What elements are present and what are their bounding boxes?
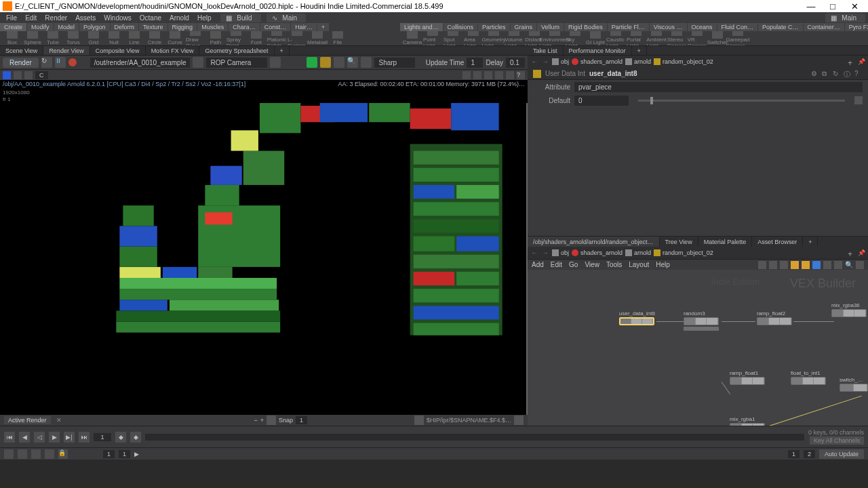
ni6[interactable] (812, 261, 821, 269)
alpha-icon[interactable] (14, 71, 22, 79)
bg-icon[interactable] (24, 71, 33, 79)
pane-tab[interactable]: Composite View (90, 46, 146, 55)
delay-val[interactable]: 0.1 (506, 58, 525, 68)
shelf-tab[interactable]: Rigid Bodies (564, 23, 607, 31)
bs3[interactable] (31, 449, 41, 459)
shelf-tab[interactable]: Hair… (291, 23, 317, 31)
shelf-tab[interactable]: Viscous … (650, 23, 687, 31)
ni9[interactable] (856, 261, 864, 269)
snapshot-icon[interactable] (267, 415, 276, 425)
rop-chooser-icon[interactable] (193, 57, 203, 68)
shelf-tab[interactable]: Rigging (168, 23, 197, 31)
shelf-tool[interactable]: Geometry Light (484, 31, 503, 45)
shelf-tool[interactable]: Curve (165, 31, 184, 45)
region-icon[interactable] (320, 57, 331, 68)
nseg-rand[interactable]: random_object_02 (663, 249, 713, 256)
shelf-tab[interactable]: Model (54, 23, 79, 31)
shelf-tool[interactable]: Grid (84, 31, 103, 45)
nav-pin-icon[interactable]: 📌 (857, 58, 865, 65)
save-path[interactable]: $HIP/ipr/$SNAPNAME.$F4.$… (427, 417, 511, 424)
filter-combo[interactable]: Sharp (374, 58, 415, 68)
shelf-tool[interactable]: Draw Curve (186, 31, 205, 45)
node-float-to-int[interactable]: float_to_int1 (791, 370, 826, 385)
node-mix-rgba1[interactable]: mix_rgba1 (730, 416, 765, 426)
minimize-button[interactable]: — (800, 1, 822, 12)
bracket-icon[interactable]: ⧉ (822, 70, 830, 78)
vb3[interactable] (484, 71, 492, 79)
play-fwd-icon[interactable]: ▶ (49, 432, 60, 443)
shelf-tool[interactable]: Metaball (308, 31, 327, 45)
color-icon[interactable] (3, 71, 11, 79)
gear-icon[interactable]: ⚙ (811, 70, 819, 78)
vb5[interactable] (506, 71, 514, 79)
ipr-stop-icon[interactable] (68, 58, 77, 66)
next-frame-icon[interactable]: ▶| (64, 432, 75, 443)
shelf-tab[interactable]: Pyro FX (845, 23, 868, 31)
shelf-tool[interactable]: Ambient Light (647, 31, 666, 45)
menu-render[interactable]: Render (41, 14, 71, 22)
nav-back-icon[interactable]: ← (530, 58, 538, 65)
network-tab[interactable]: + (803, 237, 818, 247)
nm-tools[interactable]: Tools (606, 261, 622, 268)
shelf-tool[interactable]: Gamepad Camera (728, 31, 747, 45)
shelf-tool[interactable]: Circle (145, 31, 164, 45)
nseg-obj[interactable]: obj (561, 249, 569, 256)
attr-field[interactable]: pvar_piece (574, 82, 863, 92)
ni1[interactable] (758, 261, 766, 269)
first-frame-icon[interactable]: ⏮ (4, 432, 15, 443)
pane-tab[interactable]: Scene View (0, 46, 43, 55)
shelf-tab[interactable]: Container… (804, 23, 844, 31)
last-frame-icon[interactable]: ⏭ (79, 432, 90, 443)
menu-assets[interactable]: Assets (72, 14, 99, 22)
maximize-button[interactable]: □ (822, 1, 844, 12)
ni4[interactable] (791, 261, 799, 269)
shelf-tab[interactable]: Polygon (79, 23, 110, 31)
ni2[interactable] (769, 261, 777, 269)
render-button[interactable]: Render (3, 58, 39, 68)
menu-windows[interactable]: Windows (100, 14, 135, 22)
shelf-tab[interactable]: Grains (511, 23, 537, 31)
key-all-button[interactable]: Key All Channels (810, 436, 864, 445)
frame-b[interactable]: 2 (804, 450, 815, 458)
bs2[interactable] (18, 449, 27, 459)
shelf-tab[interactable]: Const… (260, 23, 291, 31)
ni8[interactable] (834, 261, 842, 269)
menu-arnold[interactable]: Arnold (166, 14, 193, 22)
pane-tab[interactable]: Render View (43, 46, 90, 55)
node-switch[interactable]: switch_… (840, 377, 868, 392)
nm-help[interactable]: Help (656, 261, 670, 268)
pane-tab[interactable]: Geometry Spreadsheet (199, 46, 274, 55)
pane-tab[interactable]: Motion FX View (146, 46, 200, 55)
vb4[interactable] (495, 71, 503, 79)
vb1[interactable] (462, 71, 471, 79)
nav-fwd-icon[interactable]: → (541, 58, 549, 65)
shelf-tool[interactable]: Line (125, 31, 144, 45)
network-tab[interactable]: Tree View (660, 237, 698, 247)
plus-icon[interactable]: + (260, 417, 264, 424)
nseg-shaders[interactable]: shaders_arnold (580, 249, 623, 256)
seg-shaders[interactable]: shaders_arnold (580, 58, 623, 65)
def-slider[interactable] (638, 100, 845, 102)
nnav-pin-icon[interactable]: 📌 (857, 249, 865, 256)
render-status[interactable]: Active Render (4, 416, 51, 424)
shelf-tab[interactable]: Chara… (229, 23, 260, 31)
nnav-back-icon[interactable]: ← (530, 249, 538, 256)
minus-icon[interactable]: − (254, 417, 257, 424)
ipr-refresh-icon[interactable]: ↻ (41, 57, 52, 68)
ni-search-icon[interactable]: 🔍 (845, 261, 853, 269)
pick-icon[interactable] (334, 57, 344, 68)
snap-val[interactable]: 1 (296, 416, 307, 424)
preview-icon[interactable] (307, 57, 317, 68)
ni7[interactable] (823, 261, 831, 269)
help-icon[interactable]: ? (517, 71, 525, 79)
desktop-build[interactable]: ▦ Build (220, 14, 261, 22)
shelf-tool[interactable]: Torus (64, 31, 83, 45)
seg-arnold[interactable]: arnold (634, 58, 651, 65)
shelf-tab[interactable]: Collisions (443, 23, 478, 31)
network-tab[interactable]: Asset Browser (752, 237, 803, 247)
update-val[interactable]: 1 (467, 58, 483, 68)
camera-chooser-icon[interactable] (270, 57, 281, 68)
shelf-tool[interactable]: Box (3, 31, 22, 45)
shelf-tab[interactable]: Particles (478, 23, 510, 31)
shelf-tool[interactable]: VR Camera (688, 31, 707, 45)
